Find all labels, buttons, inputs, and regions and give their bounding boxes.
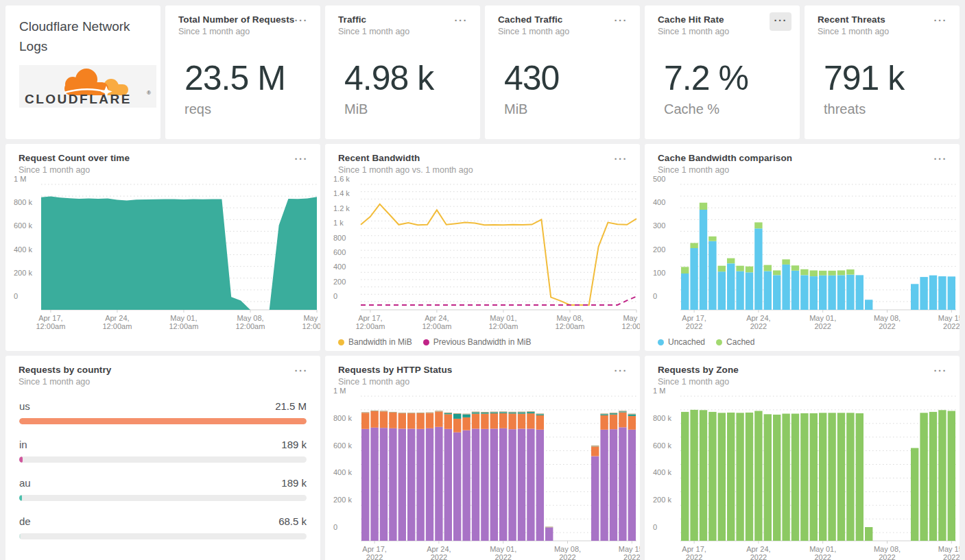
request-count-chart[interactable]: 0200 k400 k600 k800 k1 MApr 17,12:00amAp…	[5, 175, 320, 333]
panel-menu-button[interactable]: ···	[450, 12, 473, 31]
legend-dot	[423, 339, 429, 345]
panel-traffic: Traffic Since 1 month ago ··· 4.98 k MiB	[325, 5, 480, 139]
svg-text:300: 300	[653, 221, 665, 230]
panel-menu-button[interactable]: ···	[610, 151, 632, 169]
legend-label: Bandwidth in MiB	[348, 337, 412, 347]
svg-text:2022: 2022	[750, 322, 767, 330]
svg-text:2022: 2022	[814, 553, 831, 560]
panel-request-count: Request Count over time Since 1 month ag…	[5, 144, 320, 351]
stat-unit: threats	[824, 101, 947, 117]
panel-menu-button[interactable]: ···	[290, 12, 313, 31]
svg-text:2022: 2022	[431, 553, 447, 560]
panel-menu-button[interactable]: ···	[929, 151, 952, 169]
svg-text:2022: 2022	[750, 553, 767, 560]
cloudflare-wordmark: CLOUDFLARE	[25, 92, 132, 106]
svg-text:400 k: 400 k	[14, 245, 32, 254]
ellipsis-icon: ···	[295, 365, 309, 376]
stat-value: 791 k	[824, 58, 947, 98]
svg-text:800 k: 800 k	[14, 198, 32, 206]
svg-text:Apr 17,: Apr 17,	[38, 314, 62, 322]
svg-text:1 M: 1 M	[333, 387, 346, 395]
cache-bandwidth-chart[interactable]: 0100200300400500Apr 17,2022Apr 24,2022Ma…	[645, 175, 960, 333]
country-value: 68.5 k	[278, 515, 307, 527]
svg-text:May 15,: May 15,	[303, 314, 320, 322]
country-bar	[19, 418, 307, 424]
panel-menu-button[interactable]: ···	[770, 12, 792, 31]
panel-title: Requests by HTTP Status	[338, 365, 615, 375]
country-row-de: de68.5 k	[19, 515, 307, 539]
svg-text:12:00am: 12:00am	[556, 322, 585, 330]
svg-text:Apr 17,: Apr 17,	[682, 545, 706, 553]
panel-recent-bandwidth: Recent Bandwidth Since 1 month ago vs. 1…	[325, 144, 640, 351]
country-bar-track	[19, 456, 307, 463]
svg-text:12:00am: 12:00am	[422, 322, 451, 330]
panel-menu-button[interactable]: ···	[929, 363, 952, 381]
panel-title: Traffic	[338, 14, 455, 25]
panel-menu-button[interactable]: ···	[610, 12, 632, 31]
svg-text:1.4 k: 1.4 k	[333, 189, 350, 197]
cloudflare-logo-image: CLOUDFLARE ®	[19, 65, 156, 108]
svg-text:2022: 2022	[686, 553, 702, 560]
panel-cache-bandwidth: Cache Bandwidth comparison Since 1 month…	[645, 144, 960, 351]
svg-text:2022: 2022	[366, 553, 383, 560]
svg-text:May 15,: May 15,	[619, 545, 640, 553]
country-bar	[19, 533, 21, 539]
svg-text:0: 0	[653, 523, 657, 531]
svg-text:May 08,: May 08,	[554, 545, 581, 553]
svg-text:0: 0	[333, 292, 337, 300]
svg-text:Apr 24,: Apr 24,	[425, 314, 449, 322]
svg-text:12:00am: 12:00am	[36, 322, 65, 330]
country-row-us: us21.5 M	[19, 400, 307, 424]
svg-text:12:00am: 12:00am	[236, 322, 265, 330]
svg-text:2022: 2022	[623, 553, 640, 560]
bandwidth-chart[interactable]: 02004006008001 k1.2 k1.4 k1.6 kApr 17,12…	[325, 175, 640, 333]
ellipsis-icon: ···	[295, 14, 309, 26]
ellipsis-icon: ···	[615, 365, 628, 376]
panel-menu-button[interactable]: ···	[610, 363, 632, 381]
svg-text:Apr 24,: Apr 24,	[427, 545, 451, 553]
country-bar-track	[19, 495, 307, 501]
svg-text:2022: 2022	[943, 322, 960, 330]
panel-subtitle: Since 1 month ago	[658, 165, 935, 175]
chart-legend: UncachedCached	[645, 333, 960, 351]
country-label: de	[19, 515, 31, 527]
legend-item-previous-bandwidth-in-mib[interactable]: Previous Bandwidth in MiB	[423, 337, 532, 347]
stat-unit: MiB	[504, 101, 628, 117]
panel-title: Requests by country	[19, 365, 296, 375]
country-value: 189 k	[281, 439, 307, 450]
panel-subtitle: Since 1 month ago	[178, 27, 296, 36]
legend-item-cached[interactable]: Cached	[716, 337, 754, 347]
cloudflare-logo: CLOUDFLARE ®	[19, 65, 160, 110]
svg-text:400 k: 400 k	[653, 468, 671, 476]
svg-text:0: 0	[333, 523, 337, 531]
svg-text:600 k: 600 k	[333, 441, 352, 450]
panel-requests-by-country: Requests by country Since 1 month ago ··…	[5, 356, 320, 560]
country-bar	[19, 495, 22, 501]
country-label: au	[19, 477, 31, 489]
svg-text:200 k: 200 k	[333, 496, 352, 504]
svg-text:800: 800	[333, 234, 346, 242]
ellipsis-icon: ···	[774, 14, 788, 26]
stat-unit: Cache %	[664, 101, 787, 117]
panel-menu-button[interactable]: ···	[929, 12, 952, 31]
http-status-chart[interactable]: 0200 k400 k600 k800 k1 MApr 17,2022Apr 2…	[325, 387, 640, 560]
dashboard-title: Cloudflare Network Logs	[5, 5, 160, 56]
svg-text:2022: 2022	[943, 553, 960, 560]
svg-text:Apr 17,: Apr 17,	[362, 545, 386, 553]
svg-text:600 k: 600 k	[653, 441, 671, 450]
panel-cached-traffic: Cached Traffic Since 1 month ago ··· 430…	[485, 5, 640, 139]
dashboard: Cloudflare Network Logs CLOUDFLARE ® Tot…	[0, 0, 965, 560]
svg-text:0: 0	[653, 292, 657, 300]
svg-text:1 k: 1 k	[333, 219, 344, 227]
panel-subtitle: Since 1 month ago	[19, 377, 296, 387]
svg-text:200 k: 200 k	[653, 496, 671, 504]
svg-text:2022: 2022	[879, 553, 895, 560]
country-row-au: au189 k	[19, 477, 307, 501]
chart-legend	[5, 333, 320, 351]
legend-item-uncached[interactable]: Uncached	[658, 337, 705, 347]
svg-text:200: 200	[333, 278, 346, 286]
panel-menu-button[interactable]: ···	[290, 151, 313, 169]
legend-item-bandwidth-in-mib[interactable]: Bandwidth in MiB	[338, 337, 412, 347]
panel-menu-button[interactable]: ···	[290, 363, 313, 381]
zone-chart[interactable]: 0200 k400 k600 k800 k1 MApr 17,2022Apr 2…	[645, 387, 960, 560]
